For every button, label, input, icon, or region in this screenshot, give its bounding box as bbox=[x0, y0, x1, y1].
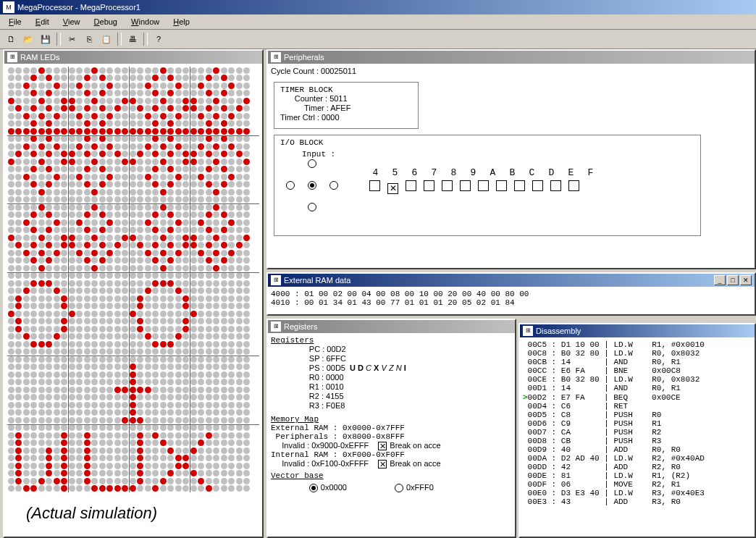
paste-button[interactable]: 📋 bbox=[98, 31, 114, 47]
led-cell bbox=[15, 265, 22, 272]
menu-help[interactable]: Help bbox=[167, 16, 196, 28]
save-button[interactable]: 💾 bbox=[38, 31, 54, 47]
led-cell bbox=[236, 227, 243, 233]
io-bit-boxes: ✕ bbox=[366, 180, 583, 194]
close-button[interactable]: ✕ bbox=[740, 275, 752, 285]
disasm-row[interactable]: 00CC : E6 FA | BNE 0x00C8 bbox=[523, 366, 752, 375]
led-cell bbox=[23, 189, 30, 196]
menu-view[interactable]: View bbox=[57, 16, 86, 28]
vecbase-radio-0000[interactable] bbox=[309, 484, 318, 492]
disasm-row[interactable]: 00E0 : D3 E3 40 | LD.W R3, #0x40E3 bbox=[523, 489, 752, 497]
led-cell bbox=[175, 440, 182, 446]
menu-edit[interactable]: Edit bbox=[30, 16, 55, 28]
disasm-row[interactable]: 00DD : 42 | ADD R2, R0 bbox=[523, 463, 752, 471]
led-cell bbox=[23, 333, 30, 340]
io-bit-4[interactable] bbox=[369, 180, 380, 191]
minimize-button[interactable]: _ bbox=[714, 275, 726, 285]
led-cell bbox=[206, 432, 212, 439]
led-cell bbox=[54, 272, 60, 279]
led-cell bbox=[243, 166, 250, 172]
led-cell bbox=[76, 348, 83, 355]
led-cell bbox=[190, 75, 197, 81]
io-radio-right[interactable] bbox=[329, 181, 338, 190]
disasm-row[interactable]: 00CB : 14 | AND R0, R1 bbox=[523, 358, 752, 366]
menu-window[interactable]: Window bbox=[125, 16, 165, 28]
registers-title[interactable]: ⊞ Registers bbox=[268, 320, 515, 333]
led-cell bbox=[15, 151, 22, 157]
io-radio-bottom[interactable] bbox=[308, 203, 316, 211]
io-bit-C[interactable] bbox=[514, 180, 525, 191]
help-button[interactable]: ? bbox=[151, 31, 167, 47]
led-cell bbox=[160, 67, 167, 74]
led-cell bbox=[198, 181, 204, 188]
disasm-row[interactable]: 00D4 : C6 | RET bbox=[523, 402, 752, 411]
io-bit-9[interactable] bbox=[460, 180, 471, 191]
led-cell bbox=[84, 75, 91, 81]
io-bit-F[interactable] bbox=[568, 180, 579, 191]
io-radio-left[interactable] bbox=[286, 181, 295, 190]
io-bit-B[interactable] bbox=[496, 180, 507, 191]
led-cell bbox=[145, 98, 151, 104]
led-cell bbox=[46, 189, 52, 196]
led-cell bbox=[84, 379, 91, 385]
disasm-row[interactable]: 00D8 : CB | PUSH R3 bbox=[523, 437, 752, 445]
led-cell bbox=[182, 242, 189, 248]
disasm-row[interactable]: 00D1 : 14 | AND R0, R1 bbox=[523, 384, 752, 392]
led-cell bbox=[221, 455, 227, 461]
break-checkbox-1[interactable]: ✕ bbox=[378, 442, 387, 450]
disassembly-title[interactable]: ⊞ Disassembly bbox=[520, 324, 755, 337]
io-radio-center[interactable] bbox=[308, 181, 316, 190]
io-bit-6[interactable] bbox=[406, 180, 416, 191]
led-cell bbox=[206, 485, 212, 492]
led-cell bbox=[228, 143, 235, 150]
disasm-row[interactable]: 00D7 : CA | PUSH R2 bbox=[523, 428, 752, 437]
disasm-row[interactable]: 00DF : 06 | MOVE R2, R1 bbox=[523, 480, 752, 489]
disasm-row[interactable]: 00C8 : B0 32 80 | LD.W R0, 0x8032 bbox=[523, 349, 752, 358]
led-cell bbox=[182, 311, 189, 317]
peripherals-title[interactable]: ⊞ Peripherals bbox=[268, 51, 755, 64]
led-cell bbox=[69, 440, 75, 446]
open-button[interactable]: 📂 bbox=[20, 31, 36, 47]
led-cell bbox=[46, 432, 52, 439]
disasm-row[interactable]: 00CE : B0 32 80 | LD.W R0, 0x8032 bbox=[523, 375, 752, 384]
io-bit-8[interactable] bbox=[442, 180, 453, 191]
disasm-row[interactable]: 00C5 : D1 10 00 | LD.W R1, #0x0010 bbox=[523, 340, 752, 349]
disasm-row[interactable]: 00D9 : 40 | ADD R0, R0 bbox=[523, 445, 752, 454]
disasm-row[interactable]: 00D5 : C8 | PUSH R0 bbox=[523, 411, 752, 419]
led-cell bbox=[221, 295, 227, 302]
menu-file[interactable]: File bbox=[3, 16, 28, 28]
disasm-row[interactable]: 00DE : 81 | LD.W R1, (R2) bbox=[523, 471, 752, 480]
menu-debug[interactable]: Debug bbox=[88, 16, 123, 28]
led-cell bbox=[46, 257, 52, 264]
io-radio-top[interactable] bbox=[308, 159, 316, 168]
led-cell bbox=[206, 211, 212, 218]
extram-title[interactable]: ⊞ External RAM data _ □ ✕ bbox=[268, 274, 755, 287]
break-checkbox-2[interactable]: ✕ bbox=[378, 460, 387, 468]
cut-button[interactable]: ✂ bbox=[64, 31, 80, 47]
simulation-caption: (Actual simulation) bbox=[26, 504, 157, 523]
led-cell bbox=[69, 181, 75, 188]
disasm-row[interactable]: 00DA : D2 AD 40 | LD.W R2, #0x40AD bbox=[523, 454, 752, 463]
disasm-row[interactable]: 00E3 : 43 | ADD R3, R0 bbox=[523, 497, 752, 506]
io-bit-E[interactable] bbox=[550, 180, 561, 191]
new-button[interactable]: 🗋 bbox=[3, 31, 19, 47]
led-cell bbox=[84, 151, 91, 157]
io-bit-7[interactable] bbox=[424, 180, 434, 191]
io-bit-D[interactable] bbox=[532, 180, 543, 191]
ram-leds-title[interactable]: ⊞ RAM LEDs bbox=[4, 51, 262, 64]
led-cell bbox=[54, 303, 60, 309]
led-cell bbox=[213, 113, 219, 119]
vecbase-radio-fff0[interactable] bbox=[395, 484, 403, 492]
led-cell bbox=[167, 333, 174, 340]
io-bit-A[interactable] bbox=[478, 180, 489, 191]
disasm-row[interactable]: >00D2 : E7 FA | BEQ 0x00CE bbox=[523, 392, 752, 402]
led-cell bbox=[8, 174, 14, 180]
copy-button[interactable]: ⎘ bbox=[81, 31, 97, 47]
led-cell bbox=[61, 470, 67, 476]
print-button[interactable]: 🖶 bbox=[125, 31, 140, 47]
io-bit-5[interactable]: ✕ bbox=[387, 183, 398, 194]
led-cell bbox=[160, 485, 167, 492]
maximize-button[interactable]: □ bbox=[727, 275, 739, 285]
led-cell bbox=[130, 356, 136, 363]
disasm-row[interactable]: 00D6 : C9 | PUSH R1 bbox=[523, 419, 752, 428]
